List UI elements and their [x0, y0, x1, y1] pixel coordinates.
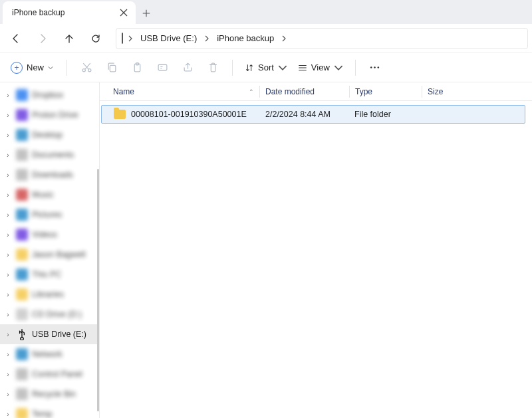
column-headers: Name ⌃ Date modified Type Size	[100, 82, 532, 101]
sidebar-item[interactable]: ›Desktop	[0, 125, 99, 145]
sidebar-item-label: Proton Drive	[32, 110, 78, 120]
chevron-right-icon: ›	[4, 291, 12, 298]
column-name[interactable]: Name ⌃	[108, 87, 259, 96]
sidebar-item[interactable]: ›Music	[0, 185, 99, 205]
folder-icon	[16, 368, 28, 380]
sidebar-item[interactable]: ›Network	[0, 344, 99, 364]
sidebar-item[interactable]: ›CD Drive (D:)	[0, 304, 99, 324]
sidebar-item[interactable]: ›Temp	[0, 404, 99, 418]
sidebar-item-label: USB Drive (E:)	[32, 330, 86, 339]
sidebar-item[interactable]: ›Libraries	[0, 284, 99, 304]
chevron-right-icon: ›	[4, 152, 12, 159]
table-row[interactable]: 00008101-001910390A50001E2/2/2024 8:44 A…	[101, 105, 525, 124]
sidebar-item[interactable]: ›Dropbox	[0, 85, 99, 105]
folder-icon	[16, 169, 28, 181]
folder-icon	[16, 109, 28, 121]
chevron-right-icon: ›	[4, 191, 12, 199]
column-type-label: Type	[355, 87, 372, 96]
tab-active[interactable]: iPhone backup	[3, 1, 136, 24]
breadcrumb-drive[interactable]: USB Drive (E:)	[138, 33, 200, 43]
sidebar-item-label: This PC	[32, 270, 61, 279]
chevron-down-icon	[278, 63, 287, 72]
cut-button[interactable]	[75, 56, 98, 79]
copy-button[interactable]	[100, 56, 123, 79]
toolbar: + New Sort View	[0, 53, 532, 82]
separator	[355, 60, 356, 76]
breadcrumb[interactable]: USB Drive (E:) iPhone backup	[116, 28, 528, 49]
usb-drive-icon	[16, 328, 28, 340]
sidebar-item[interactable]: ›Proton Drive	[0, 105, 99, 125]
sidebar-item[interactable]: ›Documents	[0, 145, 99, 165]
file-date: 2/2/2024 8:44 AM	[260, 110, 349, 119]
svg-point-8	[378, 66, 380, 68]
rename-button[interactable]	[151, 56, 174, 79]
body: ›Dropbox›Proton Drive›Desktop›Documents›…	[0, 82, 532, 418]
chevron-right-icon: ›	[4, 112, 12, 119]
sidebar-item-selected[interactable]: ›USB Drive (E:)	[0, 324, 99, 344]
sidebar-item[interactable]: ›Videos	[0, 225, 99, 245]
share-button[interactable]	[176, 56, 199, 79]
breadcrumb-folder[interactable]: iPhone backup	[214, 33, 277, 43]
tab-bar: iPhone backup	[0, 0, 532, 24]
plus-circle-icon: +	[11, 62, 23, 74]
file-name: 00008101-001910390A50001E	[131, 110, 247, 119]
file-type: File folder	[349, 110, 421, 119]
sidebar-item-label: Desktop	[32, 130, 63, 140]
svg-point-1	[88, 69, 90, 72]
sidebar-item-label: Control Panel	[32, 369, 82, 379]
forward-button[interactable]	[31, 27, 55, 51]
sidebar-item-label: Music	[32, 190, 54, 199]
chevron-right-icon: ›	[4, 311, 12, 318]
scrollbar[interactable]	[97, 169, 99, 411]
folder-icon	[114, 110, 126, 119]
folder-icon	[16, 189, 28, 201]
chevron-right-icon: ›	[4, 391, 12, 398]
folder-icon	[16, 408, 28, 418]
folder-icon	[16, 388, 28, 400]
sidebar-item[interactable]: ›Jason Bagwell	[0, 245, 99, 264]
sidebar-item[interactable]: ›Recycle Bin	[0, 384, 99, 404]
up-button[interactable]	[57, 27, 81, 51]
sidebar-item[interactable]: ›This PC	[0, 264, 99, 284]
new-button[interactable]: + New	[5, 59, 59, 76]
column-size[interactable]: Size	[422, 87, 532, 96]
chevron-down-icon	[48, 65, 53, 70]
paste-button[interactable]	[126, 56, 148, 79]
new-tab-button[interactable]	[136, 3, 157, 24]
column-name-label: Name	[113, 87, 134, 96]
column-type[interactable]: Type	[350, 87, 422, 96]
back-button[interactable]	[4, 27, 28, 51]
chevron-right-icon: ›	[4, 92, 12, 99]
chevron-right-icon: ›	[4, 251, 12, 259]
sidebar-item-label: Libraries	[32, 290, 64, 299]
folder-icon	[16, 229, 28, 241]
column-date[interactable]: Date modified	[260, 87, 349, 96]
sidebar-item[interactable]: ›Control Panel	[0, 364, 99, 384]
delete-button[interactable]	[201, 56, 224, 79]
svg-point-6	[370, 66, 372, 68]
column-date-label: Date modified	[265, 87, 315, 96]
nav-bar: USB Drive (E:) iPhone backup	[0, 24, 532, 53]
sort-label: Sort	[258, 62, 274, 72]
svg-point-7	[374, 66, 376, 68]
refresh-button[interactable]	[84, 27, 108, 51]
sidebar-item[interactable]: ›Downloads	[0, 165, 99, 185]
svg-rect-5	[158, 64, 167, 70]
tab-title: iPhone backup	[12, 8, 118, 17]
chevron-right-icon: ›	[4, 231, 12, 239]
chevron-right-icon: ›	[4, 271, 12, 278]
folder-icon	[16, 149, 28, 161]
sidebar-item-label: Downloads	[32, 170, 73, 179]
sort-button[interactable]: Sort	[241, 62, 291, 72]
svg-point-0	[82, 69, 85, 72]
chevron-right-icon: ›	[4, 171, 12, 179]
sidebar-item-label: Pictures	[32, 210, 62, 219]
new-label: New	[27, 62, 44, 72]
content: Name ⌃ Date modified Type Size 00008101-…	[100, 82, 532, 418]
view-button[interactable]: View	[294, 62, 347, 72]
sidebar-item-label: Network	[32, 350, 63, 359]
svg-rect-2	[110, 65, 116, 72]
more-button[interactable]	[364, 56, 386, 79]
close-icon[interactable]	[118, 7, 129, 18]
sidebar-item[interactable]: ›Pictures	[0, 205, 99, 225]
